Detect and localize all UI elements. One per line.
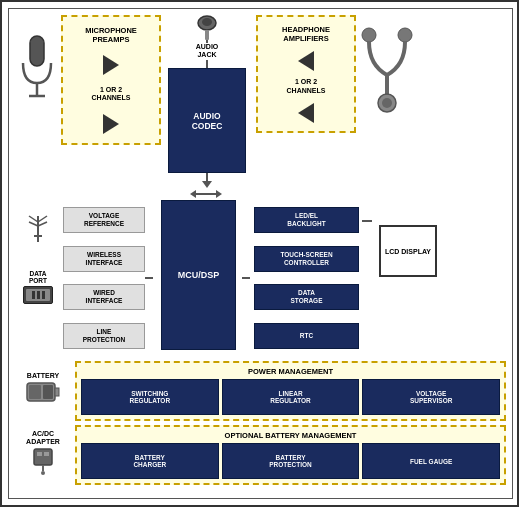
main-container: MICROPHONEPREAMPS 1 OR 2CHANNELS xyxy=(0,0,519,507)
svg-point-27 xyxy=(41,471,45,475)
svg-line-16 xyxy=(38,222,47,226)
optional-battery-box: OPTIONAL BATTERY MANAGEMENT BATTERYCHARG… xyxy=(75,425,506,485)
optional-battery-title: OPTIONAL BATTERY MANAGEMENT xyxy=(81,431,500,440)
svg-rect-5 xyxy=(205,30,209,40)
svg-rect-25 xyxy=(44,452,49,456)
svg-point-4 xyxy=(202,18,212,26)
battery-area: BATTERY xyxy=(25,372,61,405)
audio-jack-label: AUDIOJACK xyxy=(196,43,219,58)
audio-jack-area: AUDIOJACK xyxy=(195,15,219,58)
rtc-label: RTC xyxy=(254,323,359,349)
svg-rect-24 xyxy=(37,452,42,456)
audio-codec-label: AUDIOCODEC xyxy=(192,111,223,131)
svg-rect-0 xyxy=(30,36,44,66)
svg-line-14 xyxy=(29,222,38,226)
lcd-display-label: LCD DISPLAY xyxy=(385,247,431,256)
svg-point-7 xyxy=(362,28,376,42)
wired-interface-label: WIREDINTERFACE xyxy=(63,284,145,310)
battery-protection: BATTERYPROTECTION xyxy=(222,443,360,479)
ac-adapter-area: AC/DCADAPTER xyxy=(26,430,60,475)
data-storage-label: DATASTORAGE xyxy=(254,284,359,310)
svg-point-8 xyxy=(398,28,412,42)
audio-codec-box: AUDIOCODEC xyxy=(168,68,246,173)
data-port-icon: DATAPORT xyxy=(23,270,53,304)
wireless-interface-label: WIRELESSINTERFACE xyxy=(63,246,145,272)
line-protection-label: LINEPROTECTION xyxy=(63,323,145,349)
svg-rect-20 xyxy=(55,388,59,396)
block-diagram: MICROPHONEPREAMPS 1 OR 2CHANNELS xyxy=(8,8,513,499)
linear-regulator: LINEARREGULATOR xyxy=(222,379,360,415)
svg-rect-23 xyxy=(34,449,52,465)
ac-adapter-label: AC/DCADAPTER xyxy=(26,430,60,447)
svg-rect-22 xyxy=(43,385,53,399)
lcd-display-box: LCD DISPLAY xyxy=(379,225,437,277)
headphone-channels-label: 1 OR 2CHANNELS xyxy=(287,78,326,95)
svg-line-13 xyxy=(29,216,38,222)
microphone-preamps-box: MICROPHONEPREAMPS 1 OR 2CHANNELS xyxy=(61,15,161,145)
stethoscope-icon xyxy=(359,15,414,115)
svg-rect-21 xyxy=(29,385,41,399)
battery-label: BATTERY xyxy=(27,372,59,379)
svg-line-15 xyxy=(38,216,47,222)
fuel-gauge: FUEL GAUGE xyxy=(362,443,500,479)
power-management-title: POWER MANAGEMENT xyxy=(81,367,500,376)
mcu-dsp-label: MCU/DSP xyxy=(178,270,220,280)
headphone-amp-title: HEADPHONEAMPLIFIERS xyxy=(282,25,330,43)
voltage-supervisor: VOLTAGESUPERVISOR xyxy=(362,379,500,415)
antenna-icon xyxy=(27,214,49,242)
voltage-reference-label: VOLTAGEREFERENCE xyxy=(63,207,145,233)
headphone-amp-box: HEADPHONEAMPLIFIERS 1 OR 2CHANNELS xyxy=(256,15,356,133)
mic-channels-label: 1 OR 2CHANNELS xyxy=(92,86,131,103)
led-backlight-label: LED/ELBACKLIGHT xyxy=(254,207,359,233)
touch-screen-label: TOUCH-SCREENCONTROLLER xyxy=(254,246,359,272)
mic-preamp-title: MICROPHONEPREAMPS xyxy=(85,26,137,44)
battery-charger: BATTERYCHARGER xyxy=(81,443,219,479)
data-port-label: DATAPORT xyxy=(29,270,47,284)
power-management-box: POWER MANAGEMENT SWITCHINGREGULATOR LINE… xyxy=(75,361,506,421)
svg-point-11 xyxy=(382,98,392,108)
microphone-icon xyxy=(15,15,59,111)
mcu-dsp-box: MCU/DSP xyxy=(161,200,236,350)
switching-regulator: SWITCHINGREGULATOR xyxy=(81,379,219,415)
